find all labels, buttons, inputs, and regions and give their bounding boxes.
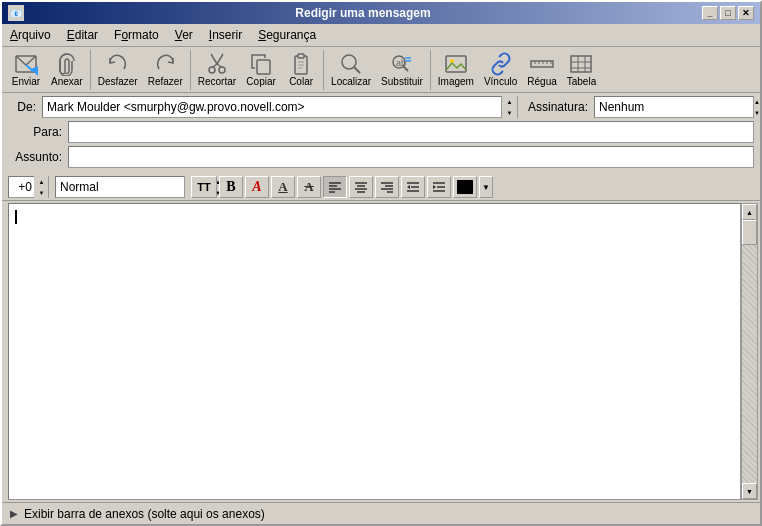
cut-icon xyxy=(205,52,229,76)
menu-arquivo[interactable]: Arquivo xyxy=(6,26,55,44)
send-label: Enviar xyxy=(12,76,40,87)
undo-label: Desfazer xyxy=(98,76,138,87)
separator-3 xyxy=(323,50,324,90)
copy-button[interactable]: Copiar xyxy=(241,49,281,90)
align-left-button[interactable] xyxy=(323,176,347,198)
separator-2 xyxy=(190,50,191,90)
image-button[interactable]: Imagem xyxy=(433,49,479,90)
align-right-button[interactable] xyxy=(375,176,399,198)
from-spinner: ▲ ▼ xyxy=(501,96,517,118)
find-icon xyxy=(339,52,363,76)
status-arrow: ▶ xyxy=(10,508,18,519)
menu-inserir[interactable]: Inserir xyxy=(205,26,246,44)
send-icon xyxy=(14,52,38,76)
align-center-button[interactable] xyxy=(349,176,373,198)
underline-button[interactable]: A xyxy=(271,176,295,198)
editor-container xyxy=(8,203,741,500)
font-size-down[interactable]: ▼ xyxy=(35,187,48,198)
table-icon xyxy=(569,52,593,76)
signature-input[interactable] xyxy=(595,100,753,114)
to-row: Para: xyxy=(8,121,754,143)
indent-decrease-button[interactable] xyxy=(401,176,425,198)
subject-input[interactable] xyxy=(68,146,754,168)
menu-formato[interactable]: Formato xyxy=(110,26,163,44)
attach-icon xyxy=(55,52,79,76)
redo-button[interactable]: Refazer xyxy=(143,49,188,90)
link-icon xyxy=(489,52,513,76)
redo-icon xyxy=(153,52,177,76)
sig-spinner-up[interactable]: ▲ xyxy=(754,96,760,107)
copy-label: Copiar xyxy=(246,76,275,87)
undo-button[interactable]: Desfazer xyxy=(93,49,143,90)
svg-rect-20 xyxy=(446,56,466,72)
svg-point-15 xyxy=(342,55,356,69)
strike-button[interactable]: A xyxy=(297,176,321,198)
font-size-up[interactable]: ▲ xyxy=(35,176,48,187)
ruler-button[interactable]: Régua xyxy=(522,49,561,90)
toolbar: Enviar Anexar Desfazer xyxy=(2,47,760,93)
scroll-down-button[interactable]: ▼ xyxy=(742,483,757,499)
svg-rect-28 xyxy=(571,56,591,72)
send-button[interactable]: Enviar xyxy=(6,49,46,90)
subject-row: Assunto: xyxy=(8,146,754,168)
separator-1 xyxy=(90,50,91,90)
font-size-input[interactable] xyxy=(9,180,34,194)
indent-increase-button[interactable] xyxy=(427,176,451,198)
replace-button[interactable]: ab Substituir xyxy=(376,49,428,90)
paste-button[interactable]: Colar xyxy=(281,49,321,90)
svg-rect-9 xyxy=(257,60,270,74)
scroll-up-button[interactable]: ▲ xyxy=(742,204,757,220)
title-bar: 📧 Redigir uma mensagem _ □ ✕ xyxy=(2,2,760,24)
link-button[interactable]: Vínculo xyxy=(479,49,522,90)
attach-button[interactable]: Anexar xyxy=(46,49,88,90)
replace-label: Substituir xyxy=(381,76,423,87)
close-button[interactable]: ✕ xyxy=(738,6,754,20)
window-controls: _ □ ✕ xyxy=(702,6,754,20)
menu-editar[interactable]: Editar xyxy=(63,26,102,44)
from-spinner-up[interactable]: ▲ xyxy=(502,96,517,107)
separator-4 xyxy=(430,50,431,90)
minimize-button[interactable]: _ xyxy=(702,6,718,20)
vertical-scrollbar: ▲ ▼ xyxy=(741,203,758,500)
cut-button[interactable]: Recortar xyxy=(193,49,241,90)
from-spinner-down[interactable]: ▼ xyxy=(502,107,517,118)
menu-seguranca[interactable]: Segurança xyxy=(254,26,320,44)
replace-icon: ab xyxy=(390,52,414,76)
from-input[interactable] xyxy=(43,100,501,114)
font-size-area: ▲ ▼ xyxy=(8,176,49,198)
svg-point-4 xyxy=(219,67,225,73)
message-editor[interactable] xyxy=(9,204,740,499)
to-input[interactable] xyxy=(68,121,754,143)
maximize-button[interactable]: □ xyxy=(720,6,736,20)
color-button[interactable] xyxy=(453,176,477,198)
window-title: Redigir uma mensagem xyxy=(24,6,702,20)
scroll-thumb[interactable] xyxy=(742,220,757,245)
menu-ver[interactable]: Ver xyxy=(171,26,197,44)
find-button[interactable]: Localizar xyxy=(326,49,376,90)
undo-icon xyxy=(106,52,130,76)
scroll-track[interactable] xyxy=(742,220,757,483)
menu-bar: Arquivo Editar Formato Ver Inserir Segur… xyxy=(2,24,760,47)
paste-icon xyxy=(289,52,313,76)
svg-line-6 xyxy=(217,64,222,68)
status-text: Exibir barra de anexos (solte aqui os an… xyxy=(24,507,265,521)
svg-text:ab: ab xyxy=(396,58,406,68)
from-row: De: ▲ ▼ Assinatura: ▲ ▼ xyxy=(8,96,754,118)
window-icon: 📧 xyxy=(8,5,24,21)
style-select-container: ▲ ▼ xyxy=(55,176,185,198)
signature-label: Assinatura: xyxy=(528,100,594,114)
signature-area: Assinatura: ▲ ▼ xyxy=(528,96,754,118)
image-label: Imagem xyxy=(438,76,474,87)
find-label: Localizar xyxy=(331,76,371,87)
svg-rect-22 xyxy=(531,61,553,67)
font-size-spinner: ▲ ▼ xyxy=(34,176,48,198)
tt-button[interactable]: TT xyxy=(191,176,217,198)
ruler-icon xyxy=(530,52,554,76)
large-italic-button[interactable]: A xyxy=(245,176,269,198)
from-label: De: xyxy=(8,100,42,114)
table-button[interactable]: Tabela xyxy=(562,49,601,90)
from-input-container: ▲ ▼ xyxy=(42,96,518,118)
bold-button[interactable]: B xyxy=(219,176,243,198)
sig-spinner-down[interactable]: ▼ xyxy=(754,107,760,118)
color-dropdown-button[interactable]: ▼ xyxy=(479,176,493,198)
